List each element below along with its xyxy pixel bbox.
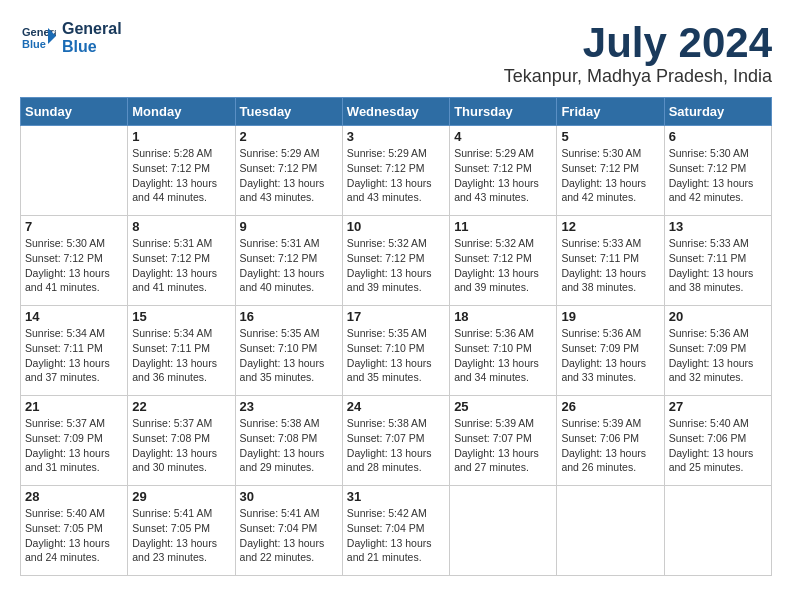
calendar-header-row: SundayMondayTuesdayWednesdayThursdayFrid… [21,98,772,126]
calendar-cell: 12Sunrise: 5:33 AMSunset: 7:11 PMDayligh… [557,216,664,306]
calendar-cell: 26Sunrise: 5:39 AMSunset: 7:06 PMDayligh… [557,396,664,486]
calendar-cell: 4Sunrise: 5:29 AMSunset: 7:12 PMDaylight… [450,126,557,216]
calendar-week-row: 21Sunrise: 5:37 AMSunset: 7:09 PMDayligh… [21,396,772,486]
calendar-cell: 27Sunrise: 5:40 AMSunset: 7:06 PMDayligh… [664,396,771,486]
day-number: 16 [240,309,338,324]
calendar: SundayMondayTuesdayWednesdayThursdayFrid… [20,97,772,576]
day-number: 4 [454,129,552,144]
day-info: Sunrise: 5:38 AMSunset: 7:07 PMDaylight:… [347,416,445,475]
day-info: Sunrise: 5:32 AMSunset: 7:12 PMDaylight:… [454,236,552,295]
day-number: 26 [561,399,659,414]
day-number: 8 [132,219,230,234]
day-number: 10 [347,219,445,234]
calendar-cell: 15Sunrise: 5:34 AMSunset: 7:11 PMDayligh… [128,306,235,396]
day-number: 27 [669,399,767,414]
day-info: Sunrise: 5:34 AMSunset: 7:11 PMDaylight:… [25,326,123,385]
svg-text:Blue: Blue [22,38,46,50]
day-number: 7 [25,219,123,234]
weekday-header-monday: Monday [128,98,235,126]
day-info: Sunrise: 5:39 AMSunset: 7:06 PMDaylight:… [561,416,659,475]
day-info: Sunrise: 5:36 AMSunset: 7:09 PMDaylight:… [561,326,659,385]
calendar-cell: 1Sunrise: 5:28 AMSunset: 7:12 PMDaylight… [128,126,235,216]
day-info: Sunrise: 5:30 AMSunset: 7:12 PMDaylight:… [25,236,123,295]
calendar-cell [664,486,771,576]
day-info: Sunrise: 5:31 AMSunset: 7:12 PMDaylight:… [240,236,338,295]
calendar-cell: 30Sunrise: 5:41 AMSunset: 7:04 PMDayligh… [235,486,342,576]
day-info: Sunrise: 5:40 AMSunset: 7:06 PMDaylight:… [669,416,767,475]
logo-blue: Blue [62,38,122,56]
calendar-week-row: 7Sunrise: 5:30 AMSunset: 7:12 PMDaylight… [21,216,772,306]
calendar-cell: 29Sunrise: 5:41 AMSunset: 7:05 PMDayligh… [128,486,235,576]
day-info: Sunrise: 5:31 AMSunset: 7:12 PMDaylight:… [132,236,230,295]
day-info: Sunrise: 5:34 AMSunset: 7:11 PMDaylight:… [132,326,230,385]
day-info: Sunrise: 5:35 AMSunset: 7:10 PMDaylight:… [347,326,445,385]
calendar-cell: 19Sunrise: 5:36 AMSunset: 7:09 PMDayligh… [557,306,664,396]
day-info: Sunrise: 5:36 AMSunset: 7:09 PMDaylight:… [669,326,767,385]
title-section: July 2024 Tekanpur, Madhya Pradesh, Indi… [504,20,772,87]
day-number: 6 [669,129,767,144]
day-number: 14 [25,309,123,324]
weekday-header-friday: Friday [557,98,664,126]
day-info: Sunrise: 5:29 AMSunset: 7:12 PMDaylight:… [240,146,338,205]
calendar-cell: 22Sunrise: 5:37 AMSunset: 7:08 PMDayligh… [128,396,235,486]
day-number: 1 [132,129,230,144]
day-info: Sunrise: 5:37 AMSunset: 7:08 PMDaylight:… [132,416,230,475]
calendar-cell: 2Sunrise: 5:29 AMSunset: 7:12 PMDaylight… [235,126,342,216]
calendar-cell [450,486,557,576]
logo: General Blue General Blue [20,20,122,56]
calendar-cell: 31Sunrise: 5:42 AMSunset: 7:04 PMDayligh… [342,486,449,576]
calendar-cell: 25Sunrise: 5:39 AMSunset: 7:07 PMDayligh… [450,396,557,486]
day-number: 31 [347,489,445,504]
calendar-cell: 9Sunrise: 5:31 AMSunset: 7:12 PMDaylight… [235,216,342,306]
logo-general: General [62,20,122,38]
day-info: Sunrise: 5:28 AMSunset: 7:12 PMDaylight:… [132,146,230,205]
day-number: 22 [132,399,230,414]
calendar-week-row: 14Sunrise: 5:34 AMSunset: 7:11 PMDayligh… [21,306,772,396]
day-info: Sunrise: 5:29 AMSunset: 7:12 PMDaylight:… [347,146,445,205]
day-number: 23 [240,399,338,414]
day-number: 25 [454,399,552,414]
day-number: 13 [669,219,767,234]
calendar-cell: 10Sunrise: 5:32 AMSunset: 7:12 PMDayligh… [342,216,449,306]
weekday-header-wednesday: Wednesday [342,98,449,126]
day-info: Sunrise: 5:33 AMSunset: 7:11 PMDaylight:… [561,236,659,295]
day-number: 9 [240,219,338,234]
day-number: 18 [454,309,552,324]
day-number: 21 [25,399,123,414]
calendar-cell: 28Sunrise: 5:40 AMSunset: 7:05 PMDayligh… [21,486,128,576]
calendar-cell: 23Sunrise: 5:38 AMSunset: 7:08 PMDayligh… [235,396,342,486]
main-title: July 2024 [504,20,772,66]
calendar-cell: 7Sunrise: 5:30 AMSunset: 7:12 PMDaylight… [21,216,128,306]
day-info: Sunrise: 5:32 AMSunset: 7:12 PMDaylight:… [347,236,445,295]
calendar-cell: 11Sunrise: 5:32 AMSunset: 7:12 PMDayligh… [450,216,557,306]
calendar-cell: 5Sunrise: 5:30 AMSunset: 7:12 PMDaylight… [557,126,664,216]
calendar-cell [557,486,664,576]
calendar-cell: 20Sunrise: 5:36 AMSunset: 7:09 PMDayligh… [664,306,771,396]
calendar-cell: 18Sunrise: 5:36 AMSunset: 7:10 PMDayligh… [450,306,557,396]
day-info: Sunrise: 5:33 AMSunset: 7:11 PMDaylight:… [669,236,767,295]
day-info: Sunrise: 5:39 AMSunset: 7:07 PMDaylight:… [454,416,552,475]
day-number: 17 [347,309,445,324]
calendar-cell: 14Sunrise: 5:34 AMSunset: 7:11 PMDayligh… [21,306,128,396]
day-number: 19 [561,309,659,324]
calendar-cell: 6Sunrise: 5:30 AMSunset: 7:12 PMDaylight… [664,126,771,216]
subtitle: Tekanpur, Madhya Pradesh, India [504,66,772,87]
weekday-header-sunday: Sunday [21,98,128,126]
day-number: 30 [240,489,338,504]
day-info: Sunrise: 5:40 AMSunset: 7:05 PMDaylight:… [25,506,123,565]
day-number: 28 [25,489,123,504]
day-info: Sunrise: 5:35 AMSunset: 7:10 PMDaylight:… [240,326,338,385]
weekday-header-thursday: Thursday [450,98,557,126]
weekday-header-saturday: Saturday [664,98,771,126]
calendar-cell: 8Sunrise: 5:31 AMSunset: 7:12 PMDaylight… [128,216,235,306]
calendar-week-row: 28Sunrise: 5:40 AMSunset: 7:05 PMDayligh… [21,486,772,576]
calendar-cell: 17Sunrise: 5:35 AMSunset: 7:10 PMDayligh… [342,306,449,396]
day-number: 15 [132,309,230,324]
day-number: 11 [454,219,552,234]
calendar-week-row: 1Sunrise: 5:28 AMSunset: 7:12 PMDaylight… [21,126,772,216]
calendar-cell: 3Sunrise: 5:29 AMSunset: 7:12 PMDaylight… [342,126,449,216]
day-number: 3 [347,129,445,144]
day-info: Sunrise: 5:30 AMSunset: 7:12 PMDaylight:… [561,146,659,205]
day-info: Sunrise: 5:29 AMSunset: 7:12 PMDaylight:… [454,146,552,205]
day-number: 24 [347,399,445,414]
